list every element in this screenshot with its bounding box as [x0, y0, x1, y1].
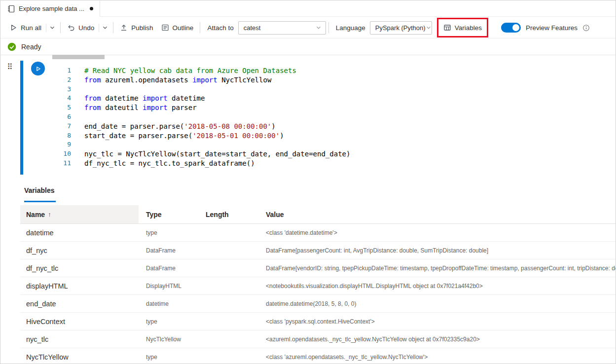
tab-title: Explore sample data ... [19, 5, 84, 12]
play-icon [9, 24, 17, 32]
info-icon[interactable] [582, 24, 590, 32]
cell-name: df_nyc_tlc [20, 264, 139, 272]
table-row[interactable]: displayHTMLDisplayHTML<notebookutils.vis… [20, 277, 616, 295]
toolbar-divider [60, 22, 61, 33]
cell-name: datetime [20, 229, 139, 237]
code-lines[interactable]: 1# Read NYC yellow cab data from Azure O… [20, 66, 616, 168]
cell-value: DataFrame[passengerCount: int, AvgTripDi… [258, 247, 616, 254]
line-number: 6 [20, 112, 71, 122]
cell-value: DataFrame[vendorID: string, tpepPickupDa… [258, 265, 616, 272]
cell-value: <class 'datetime.datetime'> [258, 229, 616, 236]
cell-drag-handle-icon[interactable]: ⠿ [7, 63, 13, 71]
cell-name: nyc_tlc [20, 335, 139, 343]
cell-type: datetime [139, 300, 198, 307]
line-number: 7 [20, 122, 71, 131]
run-all-label: Run all [21, 24, 41, 32]
sort-ascending-icon: ↑ [48, 211, 51, 218]
toolbar-divider [99, 24, 99, 32]
table-row[interactable]: NycTlcYellowtype<class 'azureml.opendata… [20, 348, 616, 364]
code-line[interactable]: 9 [20, 140, 616, 149]
run-all-dropdown[interactable] [47, 20, 58, 36]
publish-button[interactable]: Publish [116, 20, 157, 36]
cell-name: displayHTML [20, 282, 139, 290]
toolbar-divider [46, 24, 46, 32]
variables-panel-tab[interactable]: Variables [24, 186, 55, 194]
column-header-type[interactable]: Type [139, 205, 198, 223]
chevron-down-icon [316, 25, 322, 31]
language-select[interactable]: PySpark (Python) [370, 21, 432, 35]
table-row[interactable]: nyc_tlcNycTlcYellow<azureml.opendatasets… [20, 330, 616, 348]
status-text: Ready [21, 43, 41, 51]
code-line[interactable]: 8start_date = parser.parse('2018-05-01 0… [20, 131, 616, 141]
table-row[interactable]: df_nyc_tlcDataFrameDataFrame[vendorID: s… [20, 259, 616, 277]
code-line[interactable]: 11df_nyc_tlc = nyc_tlc.to_spark_datafram… [20, 159, 616, 168]
table-row[interactable]: datetimetype<class 'datetime.datetime'> [20, 224, 616, 242]
code-line[interactable]: 3 [20, 85, 616, 94]
cell-name: HiveContext [20, 318, 139, 326]
code-line[interactable]: 4from datetime import datetime [20, 94, 616, 103]
attach-to-label: Attach to [203, 24, 238, 32]
horizontal-scrollbar-thumb[interactable] [52, 55, 105, 59]
line-number: 5 [20, 103, 71, 112]
code-line[interactable]: 10nyc_tlc = NycTlcYellow(start_date=star… [20, 149, 616, 159]
outline-icon [161, 24, 169, 32]
variables-table-icon [443, 24, 451, 32]
cell-type: type [139, 229, 198, 236]
cell-name: NycTlcYellow [20, 353, 139, 361]
cell-type: DisplayHTML [139, 283, 198, 290]
code-cell[interactable]: 1# Read NYC yellow cab data from Azure O… [20, 61, 616, 175]
chevron-down-icon [426, 25, 432, 31]
synapse-notebook-window: Explore sample data ... Run all [0, 0, 616, 364]
cell-type: type [139, 318, 198, 325]
chevron-down-icon [102, 25, 108, 31]
chevron-down-icon [49, 25, 55, 31]
toolbar-divider [113, 22, 113, 33]
attach-to-value: catest [244, 24, 261, 32]
ready-check-icon [7, 42, 16, 51]
cell-value: <azureml.opendatasets._nyc_tlc_yellow.Ny… [258, 336, 616, 343]
preview-features-toggle[interactable] [501, 23, 521, 33]
column-header-length[interactable]: Length [198, 205, 258, 223]
preview-features-label: Preview Features [526, 24, 578, 32]
undo-icon [67, 24, 75, 32]
column-header-value[interactable]: Value [258, 205, 616, 223]
undo-button[interactable]: Undo [63, 20, 98, 36]
table-row[interactable]: df_nycDataFrameDataFrame[passengerCount:… [20, 242, 616, 259]
code-line[interactable]: 1# Read NYC yellow cab data from Azure O… [20, 66, 616, 75]
code-line[interactable]: 6 [20, 112, 616, 122]
cell-name: df_nyc [20, 247, 139, 255]
column-header-name[interactable]: Name ↑ [20, 205, 139, 223]
cell-type: NycTlcYellow [139, 336, 198, 343]
toggle-knob [512, 24, 519, 31]
cell-value: <class 'azureml.opendatasets._nyc_tlc_ye… [258, 354, 616, 361]
line-number: 1 [20, 66, 71, 75]
cell-value: <class 'pyspark.sql.context.HiveContext'… [258, 318, 616, 325]
variables-button[interactable]: Variables [439, 20, 486, 36]
notebook-icon [7, 5, 15, 13]
cell-type: DataFrame [139, 265, 198, 272]
outline-label: Outline [173, 24, 194, 32]
code-line[interactable]: 2from azureml.opendatasets import NycTlc… [20, 75, 616, 85]
run-all-button[interactable]: Run all [5, 20, 45, 36]
notebook-tab[interactable]: Explore sample data ... [0, 0, 100, 17]
cell-value: datetime.datetime(2018, 5, 8, 0, 0) [258, 300, 616, 307]
outline-button[interactable]: Outline [157, 20, 198, 36]
status-bar: Ready [0, 39, 616, 55]
undo-dropdown[interactable] [100, 20, 110, 36]
language-value: PySpark (Python) [375, 24, 426, 32]
table-row[interactable]: HiveContexttype<class 'pyspark.sql.conte… [20, 313, 616, 330]
tab-bar: Explore sample data ... [0, 0, 616, 17]
code-line[interactable]: 7end_date = parser.parse('2018-05-08 00:… [20, 122, 616, 131]
line-number: 2 [20, 75, 71, 85]
attach-to-select[interactable]: catest [238, 21, 326, 35]
variables-highlight-box: Variables [437, 18, 488, 37]
cell-name: end_date [20, 300, 139, 308]
toolbar-divider [200, 22, 200, 33]
line-number: 11 [20, 159, 71, 168]
code-line[interactable]: 5from dateutil import parser [20, 103, 616, 112]
notebook-toolbar: Run all Undo [0, 17, 616, 38]
unsaved-indicator [90, 7, 93, 10]
table-row[interactable]: end_datedatetimedatetime.datetime(2018, … [20, 295, 616, 313]
variables-panel: Variables Name ↑ Type Length Value datet… [0, 181, 616, 364]
line-number: 8 [20, 131, 71, 141]
